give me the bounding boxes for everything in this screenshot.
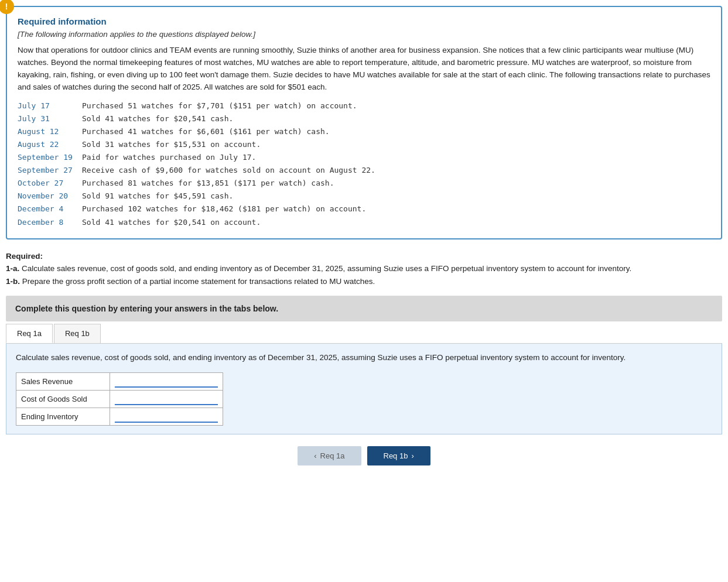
transaction-row: November 20Sold 91 watches for $45,591 c… — [18, 190, 710, 203]
next-button-label: Req 1b — [384, 451, 408, 460]
trans-detail: Purchased 51 watches for $7,701 ($151 pe… — [82, 100, 357, 112]
trans-date: August 22 — [18, 138, 82, 151]
prev-button[interactable]: ‹ Req 1a — [298, 446, 361, 465]
tab-req1b[interactable]: Req 1b — [54, 324, 101, 343]
transactions-list: July 17Purchased 51 watches for $7,701 (… — [18, 100, 710, 229]
trans-detail: Purchased 102 watches for $18,462 ($181 … — [82, 203, 366, 215]
trans-detail: Sold 41 watches for $20,541 cash. — [82, 112, 233, 125]
trans-date: September 19 — [18, 151, 82, 164]
bottom-nav: ‹ Req 1a Req 1b › — [6, 446, 722, 465]
info-subtitle: [The following information applies to th… — [18, 30, 710, 39]
prev-button-label: Req 1a — [320, 451, 345, 460]
tab-req1a[interactable]: Req 1a — [6, 324, 53, 343]
trans-date: July 17 — [18, 100, 82, 112]
info-title: Required information — [18, 16, 710, 26]
trans-detail: Receive cash of $9,600 for watches sold … — [82, 164, 375, 177]
trans-date: September 27 — [18, 164, 82, 177]
transaction-row: September 19Paid for watches purchased o… — [18, 151, 710, 164]
row-label-2: Ending Inventory — [16, 408, 110, 426]
tabs-row: Req 1a Req 1b — [6, 321, 722, 344]
required-heading: Required: — [6, 250, 722, 263]
row-label-1: Cost of Goods Sold — [16, 391, 110, 408]
trans-detail: Purchased 81 watches for $13,851 ($171 p… — [82, 177, 334, 190]
trans-detail: Paid for watches purchased on July 17. — [82, 151, 256, 164]
transaction-row: August 12Purchased 41 watches for $6,601… — [18, 125, 710, 138]
trans-detail: Sold 91 watches for $45,591 cash. — [82, 190, 233, 203]
row-input-cell-2[interactable] — [110, 408, 223, 426]
row-input-0[interactable] — [115, 375, 218, 388]
row-label-0: Sales Revenue — [16, 373, 110, 391]
trans-detail: Sold 41 watches for $20,541 on account. — [82, 216, 261, 229]
required-item-1b: 1-b. Prepare the gross profit section of… — [6, 275, 722, 288]
next-chevron-icon: › — [411, 451, 413, 460]
prev-chevron-icon: ‹ — [314, 451, 316, 460]
transaction-row: August 22Sold 31 watches for $15,531 on … — [18, 138, 710, 151]
required-section: Required: 1-a. Calculate sales revenue, … — [6, 250, 722, 288]
alert-icon: ! — [0, 0, 14, 14]
trans-detail: Sold 31 watches for $15,531 on account. — [82, 138, 261, 151]
table-row: Cost of Goods Sold — [16, 391, 223, 408]
transaction-row: December 8Sold 41 watches for $20,541 on… — [18, 216, 710, 229]
trans-date: August 12 — [18, 125, 82, 138]
tab1a-description: Calculate sales revenue, cost of goods s… — [16, 352, 712, 364]
answer-table: Sales Revenue Cost of Goods Sold Ending … — [16, 372, 223, 426]
trans-date: November 20 — [18, 190, 82, 203]
transaction-row: September 27Receive cash of $9,600 for w… — [18, 164, 710, 177]
required-item-1a: 1-a. Calculate sales revenue, cost of go… — [6, 262, 722, 275]
transaction-row: July 17Purchased 51 watches for $7,701 (… — [18, 100, 710, 112]
info-box: ! Required information [The following in… — [6, 6, 722, 239]
tab-content-req1a: Calculate sales revenue, cost of goods s… — [6, 344, 722, 434]
complete-box-text: Complete this question by entering your … — [15, 304, 278, 313]
complete-box: Complete this question by entering your … — [6, 296, 722, 321]
row-input-2[interactable] — [115, 410, 218, 423]
table-row: Ending Inventory — [16, 408, 223, 426]
row-input-1[interactable] — [115, 393, 218, 405]
table-row: Sales Revenue — [16, 373, 223, 391]
trans-date: December 4 — [18, 203, 82, 215]
trans-detail: Purchased 41 watches for $6,601 ($161 pe… — [82, 125, 330, 138]
row-input-cell-1[interactable] — [110, 391, 223, 408]
transaction-row: July 31Sold 41 watches for $20,541 cash. — [18, 112, 710, 125]
transaction-row: October 27Purchased 81 watches for $13,8… — [18, 177, 710, 190]
trans-date: December 8 — [18, 216, 82, 229]
transaction-row: December 4Purchased 102 watches for $18,… — [18, 203, 710, 215]
row-input-cell-0[interactable] — [110, 373, 223, 391]
next-button[interactable]: Req 1b › — [367, 446, 430, 465]
info-body: Now that operations for outdoor clinics … — [18, 44, 710, 94]
trans-date: October 27 — [18, 177, 82, 190]
trans-date: July 31 — [18, 112, 82, 125]
